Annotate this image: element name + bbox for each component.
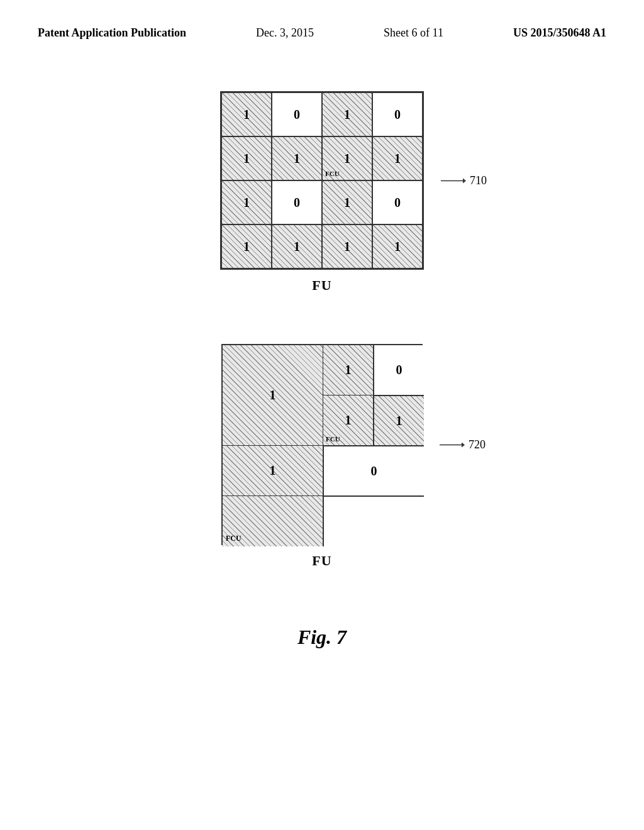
patent-title: Patent Application Publication <box>38 25 186 41</box>
fcu-label-720-r1c2: FCU <box>326 435 340 443</box>
cell-0-0: 1 <box>221 92 272 136</box>
cell-value-720-r2left: 1 <box>270 463 276 478</box>
cell-2-2: 1 <box>322 180 372 224</box>
cell-value-2-0: 1 <box>243 196 250 210</box>
cell-720-r1c3: 1 <box>374 396 424 446</box>
cell-0-1: 0 <box>272 92 322 136</box>
cell-720-r3left: FCU <box>223 496 323 546</box>
diagram-720-container: 1 1 0 1 FCU 1 <box>221 344 423 545</box>
cell-1-3: 1 <box>372 136 423 180</box>
fu-label-710: FU <box>312 277 331 294</box>
cell-3-0: 1 <box>221 224 272 268</box>
cell-2-3: 0 <box>372 180 423 224</box>
diagram-720-wrapper: 1 1 0 1 FCU 1 <box>221 344 423 569</box>
ref-720-arrow-icon <box>440 438 465 451</box>
main-content: 1 0 1 0 1 1 1 <box>0 53 644 649</box>
cell-720-r3right <box>323 496 424 546</box>
cell-720-r0c3: 0 <box>374 345 424 396</box>
svg-marker-1 <box>463 178 466 183</box>
cell-720-r2right: 0 <box>323 446 424 496</box>
fcu-label-1-2: FCU <box>325 170 340 177</box>
cell-2-1: 0 <box>272 180 322 224</box>
ref-710-label: 710 <box>470 174 487 187</box>
cell-3-3: 1 <box>372 224 423 268</box>
cell-value-1-3: 1 <box>394 152 401 166</box>
cell-value-1-0: 1 <box>243 152 250 166</box>
cell-value-3-2: 1 <box>344 240 350 254</box>
cell-value-720-r1c3: 1 <box>396 414 402 428</box>
cell-0-3: 0 <box>372 92 423 136</box>
fcu-label-720-r3: FCU <box>226 534 242 543</box>
cell-3-2: 1 <box>322 224 372 268</box>
cell-value-720-r1c2: 1 <box>345 413 352 428</box>
figure-label: Fig. 7 <box>297 626 347 649</box>
grid-720: 1 1 0 1 FCU 1 <box>221 344 423 545</box>
fu-label-720: FU <box>312 553 331 569</box>
ref-720-label: 720 <box>469 438 486 451</box>
grid-710: 1 0 1 0 1 1 1 <box>220 91 424 270</box>
diagram-710-wrapper: 1 0 1 0 1 1 1 <box>220 91 424 294</box>
publication-date: Dec. 3, 2015 <box>256 25 314 41</box>
cell-value-3-3: 1 <box>394 240 401 254</box>
page-header: Patent Application Publication Dec. 3, 2… <box>0 0 644 53</box>
svg-marker-3 <box>462 442 465 447</box>
ref-720-container: 720 <box>440 438 486 451</box>
ref-710-arrow-icon <box>441 174 466 187</box>
cell-720-r0c2: 1 <box>323 345 374 396</box>
cell-value-1-2: 1 <box>344 152 350 166</box>
cell-value-0-3: 0 <box>394 108 401 122</box>
ref-710-container: 710 <box>441 174 487 187</box>
sheet-info: Sheet 6 of 11 <box>384 25 443 41</box>
cell-value-720-topleft: 1 <box>270 388 276 402</box>
cell-value-0-2: 1 <box>344 108 350 122</box>
cell-value-3-0: 1 <box>243 240 250 254</box>
cell-3-1: 1 <box>272 224 322 268</box>
cell-value-720-r0c3: 0 <box>396 363 402 377</box>
diagram-710-container: 1 0 1 0 1 1 1 <box>220 91 424 270</box>
cell-720-r1c2: 1 FCU <box>323 396 374 446</box>
patent-number: US 2015/350648 A1 <box>513 25 606 41</box>
cell-1-1: 1 <box>272 136 322 180</box>
cell-value-3-1: 1 <box>294 240 300 254</box>
cell-value-2-1: 0 <box>294 196 300 210</box>
cell-value-2-2: 1 <box>344 196 350 210</box>
cell-value-0-1: 0 <box>294 108 300 122</box>
cell-value-720-r0c2: 1 <box>345 363 352 377</box>
cell-value-2-3: 0 <box>394 196 401 210</box>
cell-0-2: 1 <box>322 92 372 136</box>
cell-2-0: 1 <box>221 180 272 224</box>
cell-720-topleft: 1 <box>223 345 323 446</box>
cell-1-0: 1 <box>221 136 272 180</box>
cell-value-1-1: 1 <box>294 152 300 166</box>
cell-720-r2left: 1 <box>223 446 323 496</box>
cell-1-2: 1 FCU <box>322 136 372 180</box>
cell-value-0-0: 1 <box>243 108 250 122</box>
cell-value-720-r2right: 0 <box>371 464 377 479</box>
